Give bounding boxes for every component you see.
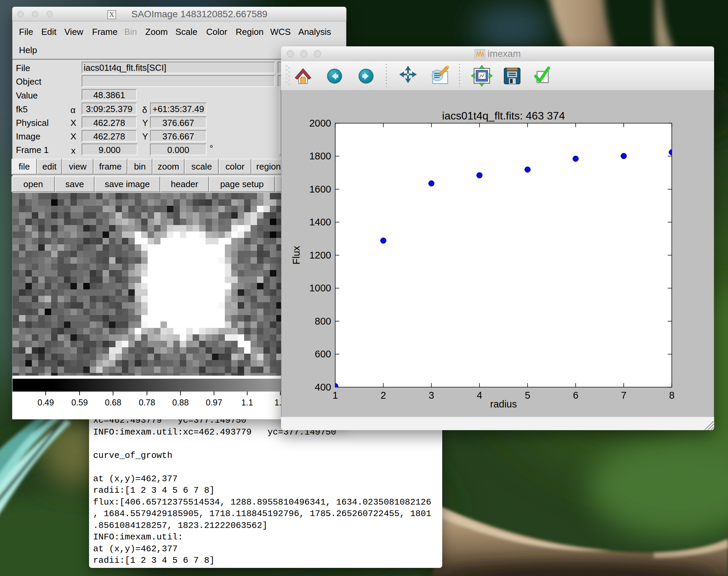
svg-text:1600: 1600	[309, 184, 331, 195]
svg-text:1000: 1000	[309, 283, 331, 293]
svg-text:1800: 1800	[309, 151, 331, 161]
svg-text:4: 4	[477, 390, 482, 401]
svg-text:0.88: 0.88	[172, 398, 189, 407]
svg-text:0.59: 0.59	[71, 398, 88, 407]
svg-text:iacs01t4q_flt.fits: 463 374: iacs01t4q_flt.fits: 463 374	[442, 110, 565, 122]
svg-text:1200: 1200	[309, 250, 331, 261]
svg-text:800: 800	[315, 316, 331, 327]
svg-text:0.78: 0.78	[139, 398, 155, 407]
svg-text:3: 3	[429, 390, 434, 401]
svg-text:Flux: Flux	[291, 246, 302, 264]
svg-text:600: 600	[315, 349, 331, 359]
svg-text:radius: radius	[490, 399, 517, 409]
svg-text:400: 400	[315, 382, 331, 393]
svg-text:7: 7	[621, 390, 626, 401]
svg-text:1: 1	[333, 390, 338, 401]
svg-text:0.97: 0.97	[206, 398, 222, 407]
svg-text:5: 5	[525, 390, 530, 401]
svg-text:1.1: 1.1	[241, 398, 253, 407]
svg-text:6: 6	[573, 390, 578, 401]
svg-text:0.68: 0.68	[105, 398, 122, 407]
svg-text:8: 8	[669, 390, 675, 401]
svg-text:0.49: 0.49	[38, 398, 54, 407]
svg-text:2000: 2000	[309, 118, 331, 129]
svg-text:2: 2	[381, 390, 386, 401]
svg-text:1400: 1400	[309, 217, 331, 227]
